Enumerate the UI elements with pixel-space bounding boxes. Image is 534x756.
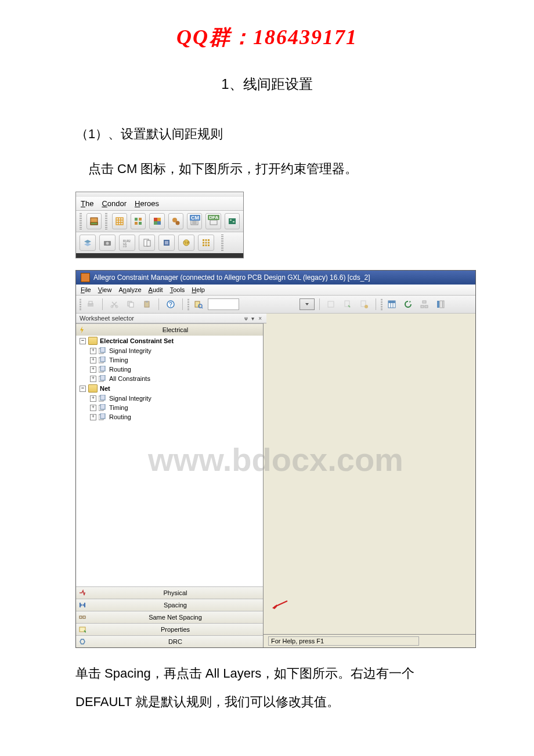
col-icon[interactable] [434,297,448,311]
array-icon[interactable] [198,235,214,251]
tab-spacing[interactable]: Spacing [76,599,263,611]
table-icon[interactable] [385,297,399,311]
tab-drc[interactable]: DRC [76,635,263,647]
hier-icon[interactable] [417,297,431,311]
svg-rect-74 [100,375,105,380]
cm-icon[interactable]: CM [187,213,202,229]
camera-icon[interactable] [99,235,116,251]
cm-menu-analyze[interactable]: Analyze [118,286,141,293]
search-input[interactable] [208,298,239,310]
svg-rect-26 [147,240,150,246]
tree-si-2[interactable]: + Signal Integrity [76,394,263,403]
expand-icon[interactable]: + [90,376,96,382]
tree-timing-1[interactable]: + Timing [76,355,263,365]
toolbar-icon-1[interactable] [86,213,102,229]
svg-rect-68 [100,347,105,352]
sheets-icon [99,375,107,382]
refs-icon[interactable]: R1R2U1U2 [119,235,135,251]
cm-menu-audit[interactable]: Audit [149,286,163,293]
filter-icon-3[interactable] [357,297,371,311]
svg-text:U2: U2 [123,245,127,247]
svg-rect-53 [328,301,334,307]
grid-icon[interactable] [112,213,127,229]
filter-icon-1[interactable] [324,297,338,311]
tree-allc-label: All Constraints [109,375,150,382]
svg-rect-36 [208,242,210,244]
tab-physical[interactable]: Physical [76,586,263,599]
tab-physical-label: Physical [90,589,261,596]
ws-label-text: Worksheet selector [80,315,134,322]
svg-rect-28 [165,241,168,244]
expand-icon[interactable]: + [90,366,96,373]
filter-icon-2[interactable] [341,297,355,311]
svg-rect-3 [139,218,142,221]
tab-samenet-label: Same Net Spacing [90,614,261,621]
layer-icon[interactable] [80,235,96,251]
ws-controls[interactable]: ᴪ ▾ × [244,315,263,322]
expand-icon[interactable]: + [90,348,96,354]
tab-properties[interactable]: Properties [76,623,263,635]
constraint-manager-window: Allegro Constraint Manager (connected to… [75,270,476,648]
cm-menu-tools[interactable]: Tools [170,286,185,293]
find-icon[interactable] [192,297,205,311]
expand-icon[interactable]: + [90,405,96,411]
cm-sidebar: Electrical − Electrical Constraint Set +… [76,323,264,647]
tree-net[interactable]: − Net [76,383,263,394]
components-icon[interactable] [131,213,146,229]
tab-samenet[interactable]: Same Net Spacing [76,611,263,623]
expand-icon[interactable]: + [90,357,96,363]
cm-menu-help[interactable]: Help [192,286,205,293]
svg-rect-38 [205,244,207,246]
spacing-icon [78,601,86,609]
svg-rect-64 [437,301,439,308]
tree-allc[interactable]: + All Constraints [76,374,263,383]
gears-icon[interactable] [168,213,183,229]
tree-routing-2[interactable]: + Routing [76,412,263,422]
board-icon[interactable] [225,213,240,229]
cm-menu-file[interactable]: File [81,286,91,293]
expand-icon[interactable]: + [90,395,96,402]
svg-rect-9 [157,221,161,225]
svg-rect-4 [135,222,138,225]
collapse-icon[interactable]: − [80,338,86,344]
tree-si2-label: Signal Integrity [109,395,151,402]
expand-icon[interactable]: + [90,414,96,420]
paste-icon[interactable] [140,297,154,311]
dfa-icon[interactable]: DFA [205,213,221,229]
tab-properties-label: Properties [90,626,261,633]
svg-rect-84 [83,616,85,618]
menu-the[interactable]: The [81,199,93,208]
copy-icon[interactable] [124,297,138,311]
tab-electrical[interactable]: Electrical [76,323,263,336]
svg-rect-76 [100,395,105,400]
collapse-icon[interactable]: − [80,386,86,392]
chip-icon[interactable] [158,235,175,251]
tree-ecs[interactable]: − Electrical Constraint Set [76,336,263,346]
cm-title-text: Allegro Constraint Manager (connected to… [93,273,370,282]
svg-rect-39 [208,244,210,246]
menu-heroes[interactable]: Heroes [135,199,159,208]
tree-routing-1[interactable]: + Routing [76,365,263,374]
menu-condor[interactable]: Condor [102,199,127,208]
sheets-icon [99,347,107,354]
svg-rect-45 [129,303,134,307]
footer-text: 单击 Spacing，再点击 All Layers，如下图所示。右边有一个 DE… [75,660,459,716]
cm-menu-view[interactable]: View [98,286,112,293]
tree-net-label: Net [100,385,110,392]
tree-timing2-label: Timing [109,404,128,411]
svg-rect-5 [139,222,142,225]
help-icon[interactable]: ? [164,297,178,311]
sheets-icon [99,413,107,420]
puzzle-icon[interactable] [149,213,164,229]
sheets-icon [99,366,107,373]
refresh-icon[interactable] [401,297,415,311]
tree-si-1[interactable]: + Signal Integrity [76,346,263,355]
testpoint-icon[interactable]: TP [178,235,194,251]
svg-rect-1 [91,222,98,225]
dropdown-button[interactable] [300,298,315,310]
print-icon[interactable] [84,297,98,311]
page-icon[interactable] [139,235,155,251]
tree-timing-2[interactable]: + Timing [76,403,263,412]
tree-area: − Electrical Constraint Set + Signal Int… [76,336,263,586]
cut-icon[interactable] [107,297,121,311]
